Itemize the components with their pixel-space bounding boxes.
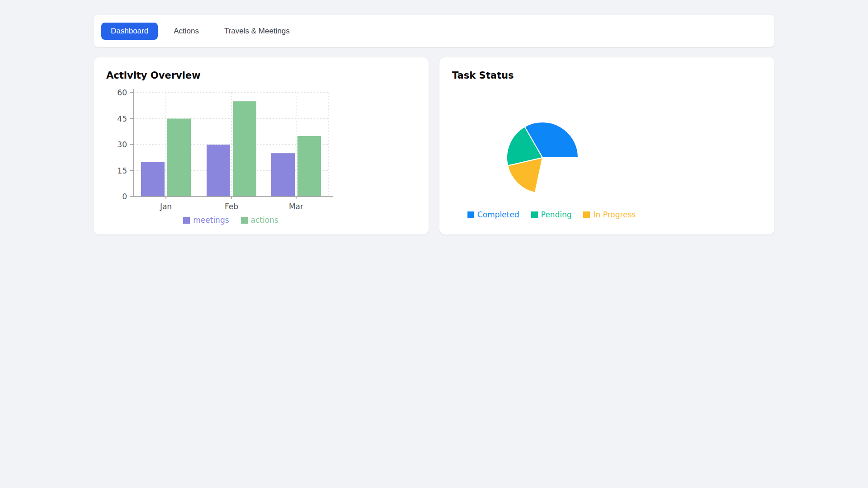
x-tick-label: Feb — [225, 202, 238, 211]
bar-meetings-mar — [271, 153, 295, 197]
bar-meetings-jan — [141, 162, 165, 197]
activity-bar-chart: 015304560JanFebMar meetingsactions — [106, 85, 416, 225]
x-tick-label: Mar — [289, 202, 303, 211]
legend-item-in-progress: In Progress — [583, 210, 636, 219]
top-navbar: Dashboard Actions Travels & Meetings — [94, 15, 774, 47]
y-tick-label: 45 — [117, 114, 127, 123]
legend-item-actions: actions — [241, 216, 278, 225]
legend-swatch-meetings — [183, 217, 190, 224]
x-tick-label: Jan — [160, 202, 172, 211]
task-status-card: Task Status CompletedPendingIn Progress — [439, 57, 774, 235]
tab-actions[interactable]: Actions — [164, 23, 208, 40]
legend-label-in-progress: In Progress — [593, 210, 636, 219]
page: Dashboard Actions Travels & Meetings Act… — [0, 0, 868, 235]
tab-travels-meetings[interactable]: Travels & Meetings — [215, 23, 299, 40]
activity-overview-card: Activity Overview 015304560JanFebMar mee… — [94, 57, 429, 235]
bar-actions-feb — [233, 101, 256, 197]
legend-swatch-completed — [467, 211, 474, 218]
y-tick-label: 30 — [117, 140, 127, 149]
bar-chart-legend: meetingsactions — [106, 216, 355, 225]
task-status-pie-chart: CompletedPendingIn Progress — [452, 85, 762, 219]
bar-chart-canvas: 015304560JanFebMar — [106, 85, 355, 212]
legend-item-completed: Completed — [467, 210, 519, 219]
pie-chart-canvas — [452, 85, 651, 198]
legend-label-meetings: meetings — [193, 216, 229, 225]
bar-meetings-feb — [207, 145, 230, 197]
bar-actions-mar — [297, 136, 321, 197]
legend-item-pending: Pending — [531, 210, 572, 219]
task-status-title: Task Status — [452, 70, 762, 81]
legend-item-meetings: meetings — [183, 216, 229, 225]
bar-actions-jan — [167, 119, 191, 197]
activity-overview-title: Activity Overview — [106, 70, 416, 81]
y-tick-label: 60 — [117, 88, 127, 97]
y-tick-label: 15 — [117, 166, 127, 175]
legend-label-completed: Completed — [477, 210, 519, 219]
pie-chart-legend: CompletedPendingIn Progress — [452, 210, 651, 219]
legend-swatch-pending — [531, 211, 538, 218]
legend-swatch-actions — [241, 217, 248, 224]
cards-row: Activity Overview 015304560JanFebMar mee… — [94, 57, 774, 235]
y-tick-label: 0 — [122, 192, 127, 201]
tab-dashboard[interactable]: Dashboard — [101, 23, 158, 40]
legend-label-actions: actions — [251, 216, 278, 225]
legend-label-pending: Pending — [541, 210, 572, 219]
legend-swatch-in-progress — [583, 211, 590, 218]
